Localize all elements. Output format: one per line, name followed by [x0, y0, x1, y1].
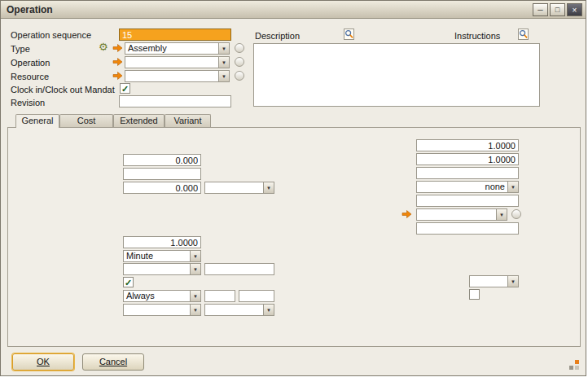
operation-select-value: [125, 57, 218, 68]
resource-allocation-select[interactable]: ▼: [123, 263, 201, 275]
dropdown-arrow-icon: ▼: [190, 251, 200, 261]
value-labor-costs-checkbox[interactable]: [469, 289, 480, 300]
valid-period-from-select[interactable]: ▼: [123, 304, 201, 316]
clock-in-out-checkbox[interactable]: ✓: [120, 83, 130, 94]
clock-in-out-label: Clock in/Clock out Mandat: [11, 85, 115, 95]
dropdown-arrow-icon: ▼: [507, 182, 518, 192]
link-arrow-icon[interactable]: [112, 71, 123, 81]
choose-from-list-icon[interactable]: [235, 71, 244, 81]
ok-button[interactable]: OK: [12, 353, 74, 371]
and-only-if-quantity-value: Always: [124, 291, 190, 301]
expand-to-cost-elements-value: [470, 276, 507, 287]
setup-precalc-input[interactable]: [123, 154, 201, 166]
choose-from-list-icon[interactable]: [511, 209, 521, 219]
and-only-if-min-input[interactable]: [204, 290, 235, 302]
dropdown-arrow-icon: ▼: [263, 305, 274, 315]
setup-capacity-input[interactable]: [123, 168, 201, 180]
number-of-payslips-input[interactable]: [416, 222, 519, 235]
and-only-if-max-input[interactable]: [239, 290, 274, 302]
operation-sequence-input[interactable]: [119, 29, 231, 41]
operation-window: Operation ─ □ × Operation sequence Type …: [0, 0, 586, 376]
dropdown-arrow-icon: ▼: [218, 43, 229, 54]
quantity-per-time-input[interactable]: [123, 236, 201, 248]
gear-icon[interactable]: ⚙: [99, 42, 108, 52]
close-button[interactable]: ×: [567, 3, 582, 16]
tab-extended[interactable]: Extended: [113, 114, 165, 127]
choose-from-list-icon[interactable]: [235, 43, 244, 53]
dropdown-arrow-icon: ▼: [218, 71, 229, 81]
dropdown-arrow-icon: ▼: [190, 264, 200, 274]
tab-general[interactable]: General: [15, 114, 59, 128]
valid-period-to-value: [205, 305, 263, 315]
qc-inspection-plan-value: [417, 209, 496, 220]
dropdown-arrow-icon: ▼: [190, 291, 200, 301]
overlap-limit-select[interactable]: none ▼: [416, 181, 519, 193]
expand-to-cost-elements-select[interactable]: ▼: [469, 275, 519, 287]
qc-inspection-plan-select[interactable]: ▼: [416, 208, 507, 221]
type-label: Type: [11, 44, 30, 55]
link-arrow-icon[interactable]: [112, 43, 123, 53]
use-factor-input[interactable]: [416, 139, 519, 151]
time-unit-select[interactable]: Minute ▼: [123, 250, 201, 262]
text-editor-icon[interactable]: [518, 29, 529, 40]
link-arrow-icon[interactable]: [112, 57, 123, 67]
revision-label: Revision: [11, 98, 45, 108]
checkmark-icon: ✓: [121, 85, 129, 93]
link-arrow-icon[interactable]: [402, 209, 412, 219]
cancel-button[interactable]: Cancel: [82, 353, 144, 371]
and-only-if-quantity-select[interactable]: Always ▼: [123, 290, 201, 302]
tab-variant[interactable]: Variant: [165, 114, 211, 127]
valid-period-to-select[interactable]: ▼: [204, 304, 274, 316]
tab-cost[interactable]: Cost: [59, 114, 113, 127]
resource-select[interactable]: ▼: [125, 70, 230, 82]
type-select[interactable]: Assembly ▼: [125, 42, 230, 55]
text-editor-icon[interactable]: [344, 29, 354, 40]
valid-period-from-value: [124, 305, 190, 315]
operation-active-checkbox[interactable]: ✓: [123, 277, 134, 287]
idle-time-input[interactable]: [416, 167, 519, 179]
maximize-button[interactable]: □: [550, 3, 565, 16]
scrap-factor-input[interactable]: [416, 195, 519, 207]
dropdown-arrow-icon: ▼: [218, 57, 229, 68]
titlebar[interactable]: Operation ─ □ ×: [1, 1, 586, 19]
description-label: Description: [255, 31, 300, 42]
instructions-label: Instructions: [454, 31, 500, 42]
resource-select-value: [125, 71, 218, 81]
work-steps-input[interactable]: [416, 153, 519, 165]
processing-cost-element-select[interactable]: ▼: [204, 182, 274, 194]
processing-input[interactable]: [123, 182, 201, 194]
resize-grip-icon[interactable]: [569, 360, 581, 371]
resource-label: Resource: [11, 72, 49, 82]
dropdown-arrow-icon: ▼: [190, 305, 200, 315]
dropdown-arrow-icon: ▼: [263, 182, 274, 193]
window-title: Operation: [7, 4, 53, 15]
revision-input[interactable]: [119, 95, 231, 107]
resource-allocation-extra-input[interactable]: [204, 263, 274, 275]
checkmark-icon: ✓: [125, 279, 132, 287]
window-controls: ─ □ ×: [533, 3, 582, 16]
operation-select[interactable]: ▼: [125, 56, 230, 68]
operation-label: Operation: [11, 58, 50, 68]
overlap-limit-value: none: [417, 182, 507, 192]
dropdown-arrow-icon: ▼: [496, 209, 507, 220]
description-notes-textarea[interactable]: [253, 43, 540, 107]
time-unit-value: Minute: [124, 251, 190, 261]
processing-cost-element-value: [205, 182, 263, 193]
minimize-button[interactable]: ─: [533, 3, 548, 16]
choose-from-list-icon[interactable]: [235, 57, 244, 67]
operation-sequence-label: Operation sequence: [11, 30, 91, 41]
dropdown-arrow-icon: ▼: [507, 276, 518, 287]
type-select-value: Assembly: [125, 43, 218, 54]
resource-allocation-value: [124, 264, 190, 274]
